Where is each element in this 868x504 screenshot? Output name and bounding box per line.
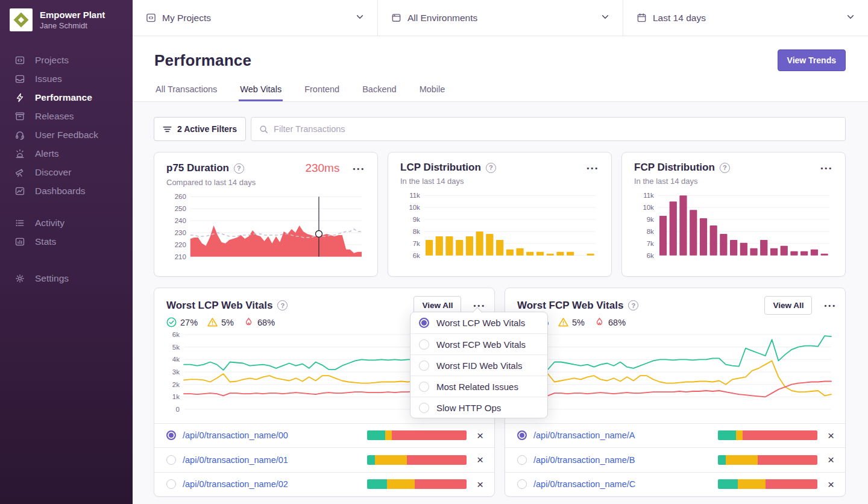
vitals-distribution-bar[interactable]: [367, 430, 467, 440]
sidebar-item-settings[interactable]: Settings: [14, 269, 133, 288]
sidebar-item-alerts[interactable]: Alerts: [14, 144, 133, 163]
dropdown-item-most-related-issues[interactable]: Most Related Issues: [410, 376, 547, 397]
sidebar-item-discover[interactable]: Discover: [14, 163, 133, 181]
sidebar-item-label: Projects: [35, 55, 69, 66]
sidebar-item-activity[interactable]: Activity: [14, 213, 133, 232]
meh-segment: [387, 479, 415, 489]
dropdown-item-slow-http-ops[interactable]: Slow HTTP Ops: [410, 397, 547, 418]
help-icon[interactable]: ?: [720, 163, 730, 173]
more-options-icon[interactable]: •••: [353, 165, 365, 172]
svg-text:9k: 9k: [647, 216, 654, 223]
dropdown-item-worst-fid-web-vitals[interactable]: Worst FID Web Vitals: [410, 354, 547, 376]
close-icon[interactable]: ×: [828, 430, 834, 441]
view-all-button[interactable]: View All: [764, 296, 812, 315]
help-icon[interactable]: ?: [234, 163, 244, 174]
chevron-down-icon: [601, 13, 609, 24]
tab-frontend[interactable]: Frontend: [303, 84, 341, 101]
dropdown-item-label: Worst FCP Web Vitals: [436, 339, 526, 350]
more-options-icon[interactable]: •••: [587, 164, 599, 172]
issues-icon: [14, 74, 25, 84]
card-title: FCP Distribution: [634, 162, 715, 174]
close-icon[interactable]: ×: [828, 454, 834, 465]
environment-selector[interactable]: All Environments: [378, 0, 623, 36]
chevron-down-icon: [846, 13, 855, 24]
transaction-link[interactable]: /api/0/transaction_name/B: [533, 455, 635, 465]
radio-icon[interactable]: [166, 455, 176, 465]
meh-segment: [738, 479, 766, 489]
org-header[interactable]: Empower Plant Jane Schmidt: [0, 8, 133, 31]
settings-icon: [14, 273, 25, 284]
global-filter-bar: My Projects All Environments Last 14 day…: [133, 0, 868, 36]
radio-selected-icon[interactable]: [166, 430, 176, 440]
sidebar-item-releases[interactable]: Releases: [14, 107, 133, 125]
more-options-icon[interactable]: •••: [820, 164, 833, 172]
radio-icon[interactable]: [419, 339, 429, 350]
close-icon[interactable]: ×: [477, 479, 483, 490]
more-options-icon[interactable]: •••: [824, 301, 837, 309]
tab-all-transactions[interactable]: All Transactions: [154, 84, 218, 101]
sidebar-item-dashboards[interactable]: Dashboards: [14, 181, 133, 200]
transaction-link[interactable]: /api/0/transaction_name/00: [183, 430, 288, 440]
svg-text:0: 0: [176, 406, 180, 413]
vitals-distribution-bar[interactable]: [718, 430, 817, 440]
sidebar-item-issues[interactable]: Issues: [14, 69, 133, 88]
help-icon[interactable]: ?: [486, 163, 496, 173]
view-trends-button[interactable]: View Trends: [778, 49, 846, 71]
help-icon[interactable]: ?: [277, 300, 288, 310]
flame-icon: [594, 317, 605, 327]
radio-icon[interactable]: [419, 382, 429, 392]
svg-text:230: 230: [175, 229, 186, 236]
sidebar-item-projects[interactable]: Projects: [14, 51, 133, 69]
close-icon[interactable]: ×: [828, 479, 834, 490]
radio-icon[interactable]: [419, 361, 429, 371]
transaction-link[interactable]: /api/0/transaction_name/02: [183, 479, 288, 489]
svg-text:3k: 3k: [172, 368, 180, 376]
sidebar-item-user-feedback[interactable]: User Feedback: [14, 125, 133, 144]
radio-icon[interactable]: [517, 479, 527, 489]
good-segment: [367, 430, 385, 440]
dropdown-item-worst-fcp-web-vitals[interactable]: Worst FCP Web Vitals: [410, 333, 547, 354]
radio-selected-icon[interactable]: [517, 430, 527, 440]
transaction-list: /api/0/transaction_name/00×/api/0/transa…: [154, 423, 494, 497]
help-icon[interactable]: ?: [628, 300, 638, 310]
sidebar-item-stats[interactable]: Stats: [14, 232, 133, 251]
sidebar-item-label: Releases: [35, 111, 74, 122]
sidebar-item-performance[interactable]: Performance: [14, 88, 133, 107]
project-selector[interactable]: My Projects: [133, 0, 378, 36]
radio-icon[interactable]: [166, 479, 176, 489]
svg-text:220: 220: [175, 241, 186, 248]
vitals-distribution-bar[interactable]: [718, 455, 817, 465]
user-feedback-icon: [14, 130, 25, 140]
vitals-distribution-bar[interactable]: [367, 455, 467, 465]
radio-selected-icon[interactable]: [419, 318, 429, 328]
sidebar-item-label: Issues: [35, 74, 62, 84]
search-input[interactable]: [274, 124, 837, 134]
stats-icon: [14, 236, 25, 247]
svg-text:260: 260: [175, 193, 186, 200]
vitals-distribution-bar[interactable]: [367, 479, 467, 489]
active-filters-button[interactable]: 2 Active Filters: [154, 117, 246, 141]
close-icon[interactable]: ×: [477, 454, 483, 465]
transaction-link[interactable]: /api/0/transaction_name/01: [183, 455, 288, 465]
svg-text:8k: 8k: [413, 228, 420, 235]
date-range-selector[interactable]: Last 14 days: [623, 0, 868, 36]
org-logo-icon: [10, 8, 33, 31]
project-selector-label: My Projects: [162, 13, 211, 24]
meh-segment: [385, 430, 392, 440]
tab-mobile[interactable]: Mobile: [418, 84, 447, 101]
tab-web-vitals[interactable]: Web Vitals: [239, 84, 283, 101]
tab-backend[interactable]: Backend: [361, 84, 397, 101]
lcp-distribution-card: LCP Distribution ? ••• In the last 14 da…: [388, 152, 612, 277]
close-icon[interactable]: ×: [477, 430, 483, 441]
dashboards-icon: [14, 186, 25, 197]
sidebar-item-label: Activity: [35, 218, 64, 228]
radio-icon[interactable]: [517, 455, 527, 465]
transaction-search[interactable]: [251, 117, 846, 141]
transaction-link[interactable]: /api/0/transaction_name/C: [533, 479, 635, 489]
transaction-link[interactable]: /api/0/transaction_name/A: [533, 430, 635, 440]
dropdown-item-label: Slow HTTP Ops: [436, 403, 501, 413]
vitals-distribution-bar[interactable]: [718, 479, 817, 489]
good-stat: 27%: [166, 317, 198, 327]
sidebar-item-label: Alerts: [35, 148, 59, 159]
radio-icon[interactable]: [419, 403, 429, 413]
